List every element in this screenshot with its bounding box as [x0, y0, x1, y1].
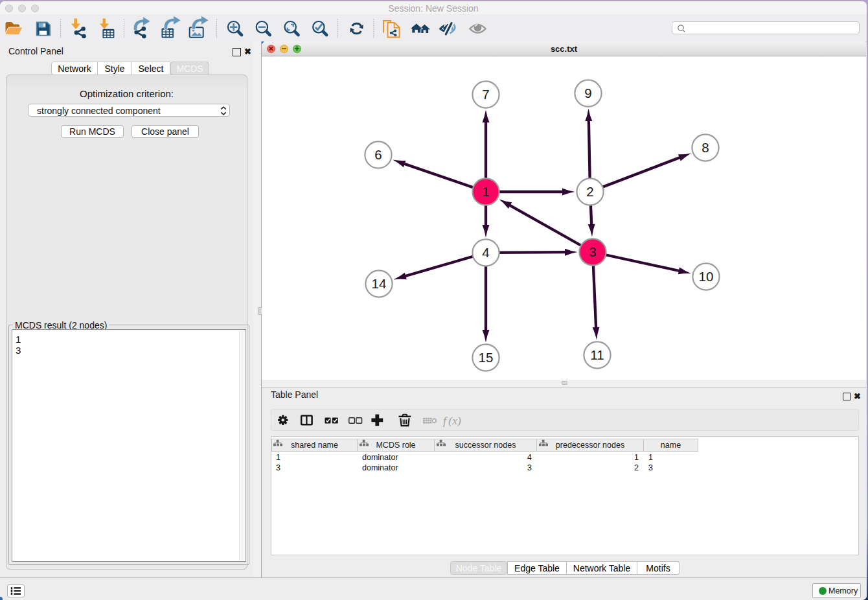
svg-text:11: 11 [590, 347, 604, 362]
svg-text:15: 15 [479, 350, 494, 365]
svg-text:6: 6 [374, 147, 382, 162]
svg-text:2: 2 [586, 184, 593, 199]
svg-text:f (x): f (x) [443, 414, 461, 427]
svg-text:3: 3 [589, 244, 596, 259]
svg-text:4: 4 [482, 245, 489, 260]
svg-text:9: 9 [584, 86, 591, 100]
svg-text:7: 7 [482, 87, 489, 102]
svg-text:8: 8 [702, 140, 709, 155]
svg-text:10: 10 [699, 269, 714, 284]
svg-text:1: 1 [482, 184, 489, 199]
svg-text:14: 14 [372, 276, 387, 291]
